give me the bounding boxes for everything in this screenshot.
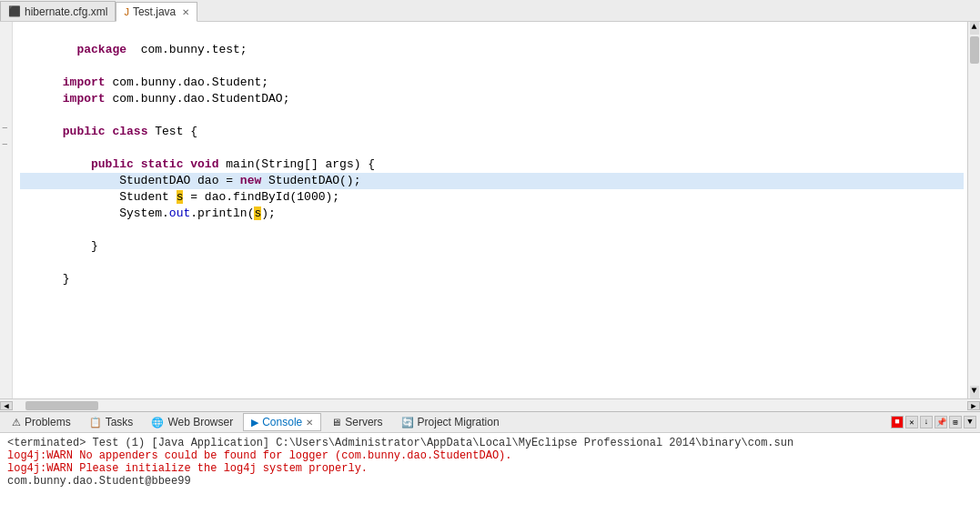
code-line-3: import com.bunny.dao.Student; (20, 58, 964, 75)
migration-icon: 🔄 (401, 417, 414, 428)
editor-horizontal-scrollbar[interactable]: ◀ ▶ (0, 398, 980, 411)
panel-tab-servers[interactable]: 🖥 Servers (323, 413, 390, 431)
problems-icon: ⚠ (12, 417, 21, 428)
xml-icon: ⬛ (8, 5, 21, 17)
tasks-icon: 📋 (89, 417, 102, 428)
scroll-thumb-v[interactable] (970, 36, 979, 64)
panel-tab-problems-label: Problems (25, 416, 71, 428)
panel-tab-project-migration[interactable]: 🔄 Project Migration (393, 413, 508, 431)
code-line-8: public static void main(String[] args) { (20, 140, 964, 156)
tab-hibernate-cfg[interactable]: ⬛ hibernate.cfg.xml (0, 1, 116, 21)
panel-tab-tasks-label: Tasks (106, 416, 134, 428)
console-output-area: <terminated> Test (1) [Java Application]… (0, 433, 980, 524)
clear-button[interactable]: ✕ (905, 416, 918, 428)
editor-content: package com.bunny.test; import com.bunny… (13, 22, 967, 398)
tab-close-icon[interactable]: ✕ (182, 7, 189, 17)
code-line-15: } (20, 255, 964, 271)
panel-toolbar: ■ ✕ ↓ 📌 ⊞ ▼ (891, 416, 976, 428)
panel-tab-webbrowser-label: Web Browser (167, 416, 233, 428)
console-icon: ▶ (251, 417, 258, 428)
code-line-6: public class Test { (20, 107, 964, 124)
panel-tab-webbrowser[interactable]: 🌐 Web Browser (143, 413, 241, 431)
tab-hibernate-label: hibernate.cfg.xml (25, 5, 107, 18)
panel-tab-bar: ⚠ Problems 📋 Tasks 🌐 Web Browser ▶ Conso… (0, 411, 980, 433)
panel-tab-migration-label: Project Migration (418, 416, 500, 428)
console-output-line: com.bunny.dao.Student@bbee99 (7, 475, 973, 488)
panel-tab-console[interactable]: ▶ Console ✕ (243, 413, 321, 431)
tab-test-java[interactable]: J Test.java ✕ (116, 2, 197, 22)
console-warn1-line: log4j:WARN No appenders could be found f… (7, 449, 973, 462)
scroll-lock-button[interactable]: ↓ (920, 416, 933, 428)
console-warn2-line: log4j:WARN Please initialize the log4j s… (7, 462, 973, 475)
panel-tab-console-close[interactable]: ✕ (306, 418, 313, 428)
panel-tab-servers-label: Servers (345, 416, 382, 428)
web-icon: 🌐 (151, 417, 164, 428)
editor-gutter: − − (0, 22, 13, 398)
tab-test-label: Test.java (133, 5, 176, 18)
layout-button[interactable]: ⊞ (949, 416, 962, 428)
editor-tab-bar: ⬛ hibernate.cfg.xml J Test.java ✕ (0, 0, 980, 22)
scroll-thumb-h[interactable] (25, 401, 98, 410)
code-line-13: } (20, 222, 964, 238)
pin-button[interactable]: 📌 (935, 416, 947, 428)
console-terminated-line: <terminated> Test (1) [Java Application]… (7, 437, 973, 449)
panel-tab-problems[interactable]: ⚠ Problems (4, 413, 79, 431)
code-line-14 (20, 238, 964, 255)
code-line-1: package com.bunny.test; (20, 25, 964, 42)
panel-tab-tasks[interactable]: 📋 Tasks (81, 413, 142, 431)
stop-button[interactable]: ■ (891, 416, 904, 428)
panel-tab-console-label: Console (262, 416, 302, 428)
servers-icon: 🖥 (331, 417, 341, 428)
editor-area: − − package com.bunny.test; import com.b… (0, 22, 980, 398)
editor-vertical-scrollbar[interactable]: ▲ ▼ (967, 22, 980, 398)
more-button[interactable]: ▼ (964, 416, 976, 428)
java-icon: J (124, 6, 129, 17)
collapse-marker-method[interactable]: − (2, 136, 8, 153)
bottom-panel: ⚠ Problems 📋 Tasks 🌐 Web Browser ▶ Conso… (0, 411, 980, 524)
collapse-marker-class[interactable]: − (2, 120, 8, 136)
